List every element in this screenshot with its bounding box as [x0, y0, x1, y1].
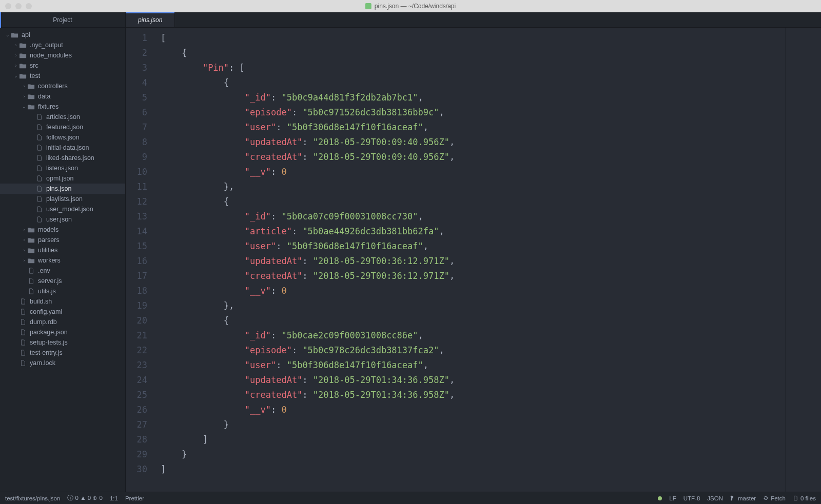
status-language[interactable]: JSON [707, 495, 723, 501]
tree-item-label: dump.rdb [30, 318, 57, 326]
file-tree[interactable]: ⌄api›.nyc_output›node_modules›src⌄test›c… [0, 28, 125, 492]
maximize-window-icon[interactable] [26, 3, 32, 9]
chevron-right-icon[interactable]: › [13, 63, 18, 68]
tree-file-server-js[interactable]: ›server.js [0, 276, 125, 286]
tree-item-label: data [38, 93, 50, 100]
file-icon [19, 360, 27, 366]
chevron-right-icon[interactable]: › [22, 227, 27, 232]
folder-icon [28, 104, 35, 110]
tree-item-label: pins.json [46, 185, 71, 192]
code-line: "__v": 0 [161, 402, 785, 417]
tree-file-follows-json[interactable]: ›follows.json [0, 132, 125, 143]
status-encoding[interactable]: UTF-8 [683, 495, 700, 501]
tree-file-config-yaml[interactable]: ›config.yaml [0, 307, 125, 317]
minimize-window-icon[interactable] [15, 3, 22, 9]
tree-file-liked-shares-json[interactable]: ›liked-shares.json [0, 153, 125, 163]
line-number: 12 [126, 194, 147, 209]
line-number: 9 [126, 150, 147, 165]
tree-file-articles-json[interactable]: ›articles.json [0, 112, 125, 122]
line-number: 10 [126, 165, 147, 179]
status-cursor[interactable]: 1:1 [110, 495, 118, 501]
sidebar-header[interactable]: Project [0, 12, 125, 28]
minimap[interactable] [785, 28, 821, 492]
tree-folder-fixtures[interactable]: ⌄fixtures [0, 102, 125, 112]
close-window-icon[interactable] [5, 3, 11, 9]
tree-file-user-model-json[interactable]: ›user_model.json [0, 204, 125, 214]
tree-file-utils-js[interactable]: ›utils.js [0, 286, 125, 296]
chevron-down-icon[interactable]: ⌄ [22, 104, 27, 109]
file-icon [19, 329, 27, 335]
tree-file-build-sh[interactable]: ›build.sh [0, 296, 125, 307]
chevron-right-icon[interactable]: › [22, 94, 27, 99]
tree-file-dump-rdb[interactable]: ›dump.rdb [0, 317, 125, 327]
tree-item-label: liked-shares.json [46, 154, 94, 162]
editor-tab-pins-json[interactable]: pins.json [126, 12, 175, 27]
line-number: 2 [126, 46, 147, 61]
tree-file-user-json[interactable]: ›user.json [0, 214, 125, 225]
folder-icon [28, 83, 35, 89]
tree-item-label: featured.json [46, 124, 83, 131]
window-controls [5, 3, 32, 9]
tree-folder-api[interactable]: ⌄api [0, 30, 125, 40]
files-icon [793, 495, 798, 501]
chevron-down-icon[interactable]: ⌄ [13, 73, 18, 78]
tree-folder-workers[interactable]: ›workers [0, 255, 125, 266]
file-icon [36, 134, 43, 140]
tree-folder-utilities[interactable]: ›utilities [0, 245, 125, 255]
tree-item-label: opml.json [46, 175, 74, 182]
chevron-right-icon[interactable]: › [13, 43, 18, 48]
tree-folder-test[interactable]: ⌄test [0, 71, 125, 81]
line-number: 22 [126, 343, 147, 358]
code-line: { [161, 46, 785, 61]
file-icon [36, 124, 43, 130]
tree-item-label: workers [38, 257, 61, 264]
tree-folder-node-modules[interactable]: ›node_modules [0, 50, 125, 61]
tree-folder-data[interactable]: ›data [0, 91, 125, 102]
tree-file-test-entry-js[interactable]: ›test-entry.js [0, 348, 125, 358]
tree-folder-parsers[interactable]: ›parsers [0, 235, 125, 245]
tree-file-opml-json[interactable]: ›opml.json [0, 173, 125, 184]
window-titlebar: pins.json — ~/Code/winds/api [0, 0, 821, 12]
status-diagnostics[interactable]: ⓘ 0 ▲ 0 ⊕ 0 [67, 494, 103, 502]
tree-item-label: parsers [38, 236, 60, 244]
status-formatter[interactable]: Prettier [125, 495, 144, 501]
code-line: { [161, 313, 785, 328]
line-number: 4 [126, 75, 147, 90]
chevron-right-icon[interactable]: › [13, 53, 18, 58]
tree-folder-models[interactable]: ›models [0, 225, 125, 235]
status-git-branch[interactable]: master [730, 495, 756, 501]
file-icon [36, 206, 43, 212]
tree-file-listens-json[interactable]: ›listens.json [0, 163, 125, 173]
status-path[interactable]: test/fixtures/pins.json [5, 495, 60, 501]
code-line: "user": "5b0f306d8e147f10f16aceaf", [161, 239, 785, 254]
tree-file-playlists-json[interactable]: ›playlists.json [0, 194, 125, 204]
tree-folder-controllers[interactable]: ›controllers [0, 81, 125, 91]
code-line: "_id": "5b0c9a44d81f3f2db2ab7bc1", [161, 90, 785, 105]
tree-item-label: follows.json [46, 134, 80, 141]
line-number: 30 [126, 462, 147, 477]
chevron-right-icon[interactable]: › [22, 258, 27, 263]
tree-folder--nyc-output[interactable]: ›.nyc_output [0, 40, 125, 50]
status-fetch[interactable]: Fetch [763, 495, 786, 501]
tree-file-yarn-lock[interactable]: ›yarn.lock [0, 358, 125, 368]
tree-file--env[interactable]: ›.env [0, 266, 125, 276]
tree-file-initial-data-json[interactable]: ›initial-data.json [0, 143, 125, 153]
chevron-right-icon[interactable]: › [22, 237, 27, 243]
code-line: "episode": "5b0c978c26dc3db38137fca2", [161, 343, 785, 358]
chevron-right-icon[interactable]: › [22, 248, 27, 253]
status-line-ending[interactable]: LF [669, 495, 676, 501]
chevron-right-icon[interactable]: › [22, 84, 27, 89]
tree-file-pins-json[interactable]: ›pins.json [0, 184, 125, 194]
tree-folder-src[interactable]: ›src [0, 61, 125, 71]
line-number: 13 [126, 209, 147, 224]
chevron-down-icon[interactable]: ⌄ [5, 32, 10, 37]
tree-file-setup-tests-js[interactable]: ›setup-tests.js [0, 337, 125, 348]
line-number: 19 [126, 298, 147, 313]
line-number: 6 [126, 105, 147, 120]
tree-file-featured-json[interactable]: ›featured.json [0, 122, 125, 132]
code-content[interactable]: [ { "Pin": [ { "_id": "5b0c9a44d81f3f2db… [157, 28, 785, 492]
tree-file-package-json[interactable]: ›package.json [0, 327, 125, 337]
file-icon [19, 339, 27, 346]
status-files[interactable]: 0 files [793, 495, 816, 501]
code-line: "Pin": [ [161, 61, 785, 75]
